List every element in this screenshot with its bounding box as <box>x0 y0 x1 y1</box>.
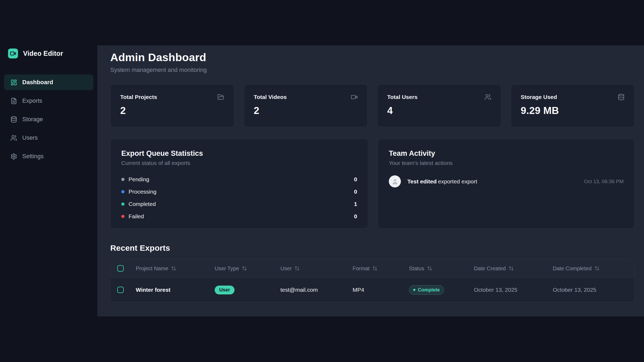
status-dot <box>413 289 415 291</box>
stat-card-total-videos: Total Videos 2 <box>244 84 368 127</box>
queue-row-processing: Processing 0 <box>121 186 357 198</box>
sort-icon <box>372 266 378 271</box>
card-title: Export Queue Statistics <box>121 149 357 158</box>
cell-date-created: October 13, 2025 <box>474 287 553 293</box>
card-subtitle: Current status of all exports <box>121 160 357 166</box>
sidebar-item-dashboard[interactable]: Dashboard <box>4 75 93 90</box>
database-icon <box>618 94 625 101</box>
sidebar-item-settings[interactable]: Settings <box>4 149 93 164</box>
user-type-badge: User <box>215 286 235 294</box>
sidebar-item-label: Dashboard <box>22 79 53 86</box>
sidebar-nav: Dashboard Exports Storage <box>4 75 93 164</box>
cell-user-type: User <box>215 286 280 294</box>
sidebar-item-exports[interactable]: Exports <box>4 93 93 109</box>
stat-card-total-users: Total Users 4 <box>377 84 501 127</box>
status-dot-pending <box>121 178 125 181</box>
column-header-date-completed[interactable]: Date Completed <box>553 265 629 272</box>
sort-icon <box>508 266 514 271</box>
cell-format: MP4 <box>353 287 409 293</box>
column-header-format[interactable]: Format <box>353 265 409 272</box>
main-content: Admin Dashboard System management and mo… <box>97 45 644 316</box>
queue-value: 1 <box>354 201 357 207</box>
brand-name: Video Editor <box>23 50 63 57</box>
export-queue-card: Export Queue Statistics Current status o… <box>110 139 368 228</box>
status-dot-failed <box>121 215 125 218</box>
stat-label: Storage Used <box>521 94 557 100</box>
queue-value: 0 <box>354 189 357 195</box>
cell-date-completed: October 13, 2025 <box>553 287 629 293</box>
avatar <box>389 175 401 187</box>
recent-exports-table: Project Name User Type User Format Statu… <box>110 259 635 302</box>
brand: Video Editor <box>4 49 93 58</box>
queue-label: Processing <box>129 189 156 195</box>
database-icon <box>10 116 17 123</box>
sidebar-item-users[interactable]: Users <box>4 130 93 146</box>
recent-exports-title: Recent Exports <box>110 243 635 253</box>
page-title: Admin Dashboard <box>110 51 635 64</box>
folder-open-icon <box>217 94 224 101</box>
card-subtitle: Your team's latest actions <box>389 160 624 166</box>
stat-value: 2 <box>254 105 358 116</box>
stat-value: 2 <box>120 105 224 116</box>
queue-value: 0 <box>354 213 357 220</box>
page-subtitle: System management and monitoring <box>110 67 635 73</box>
team-activity-card: Team Activity Your team's latest actions… <box>378 139 635 228</box>
middle-row: Export Queue Statistics Current status o… <box>110 139 635 228</box>
card-title: Team Activity <box>389 149 624 158</box>
queue-row-pending: Pending 0 <box>121 173 357 186</box>
gear-icon <box>10 153 17 160</box>
file-text-icon <box>10 98 17 104</box>
sidebar-item-label: Settings <box>22 153 44 160</box>
stats-row: Total Projects 2 Total Videos 2 <box>110 84 635 127</box>
stat-label: Total Videos <box>254 94 287 100</box>
status-dot-completed <box>121 202 125 206</box>
column-header-user[interactable]: User <box>280 265 353 272</box>
users-icon <box>484 94 491 101</box>
status-dot-processing <box>121 190 125 193</box>
sidebar-item-label: Storage <box>22 116 43 123</box>
queue-value: 0 <box>354 176 357 183</box>
sidebar-item-label: Users <box>22 134 38 141</box>
activity-item: Test editedexported export Oct 13, 06:36… <box>389 175 624 187</box>
stat-label: Total Users <box>387 94 418 100</box>
sort-icon <box>171 266 176 271</box>
table-row[interactable]: Winter forest User test@mail.com MP4 Com… <box>111 278 634 302</box>
sort-icon <box>427 266 432 271</box>
activity-text: Test editedexported export <box>407 178 477 185</box>
stat-card-storage-used: Storage Used 9.29 MB <box>511 84 635 127</box>
select-all-checkbox[interactable] <box>117 265 124 272</box>
table-header-row: Project Name User Type User Format Statu… <box>111 259 634 278</box>
column-header-user-type[interactable]: User Type <box>215 265 280 272</box>
column-header-status[interactable]: Status <box>409 265 474 272</box>
sidebar: Video Editor Dashboard Exports <box>0 0 97 362</box>
queue-label: Pending <box>129 176 149 183</box>
queue-label: Completed <box>129 201 156 207</box>
users-icon <box>10 135 17 141</box>
cell-status: Complete <box>409 285 474 295</box>
layout-dashboard-icon <box>10 79 17 86</box>
video-camera-icon <box>8 49 18 58</box>
stat-value: 4 <box>387 105 491 116</box>
sort-icon <box>242 266 247 271</box>
video-camera-icon <box>351 94 358 101</box>
column-header-date-created[interactable]: Date Created <box>474 265 553 272</box>
sort-icon <box>594 266 600 271</box>
cell-user: test@mail.com <box>280 287 353 293</box>
sidebar-item-label: Exports <box>22 97 42 104</box>
activity-actor: Test edited <box>407 178 437 184</box>
cell-project-name: Winter forest <box>136 287 215 293</box>
queue-list: Pending 0 Processing 0 Completed 1 Faile… <box>121 173 357 223</box>
sidebar-item-storage[interactable]: Storage <box>4 112 93 127</box>
stat-card-total-projects: Total Projects 2 <box>110 84 234 127</box>
queue-label: Failed <box>129 213 144 220</box>
sort-icon <box>294 266 300 271</box>
row-checkbox[interactable] <box>117 287 124 293</box>
status-badge: Complete <box>409 285 444 295</box>
activity-timestamp: Oct 13, 06:36 PM <box>584 179 624 184</box>
queue-row-completed: Completed 1 <box>121 198 357 210</box>
stat-value: 9.29 MB <box>521 105 625 116</box>
activity-object: exported export <box>438 178 477 184</box>
stat-label: Total Projects <box>120 94 157 100</box>
column-header-project-name[interactable]: Project Name <box>136 265 215 272</box>
queue-row-failed: Failed 0 <box>121 210 357 223</box>
